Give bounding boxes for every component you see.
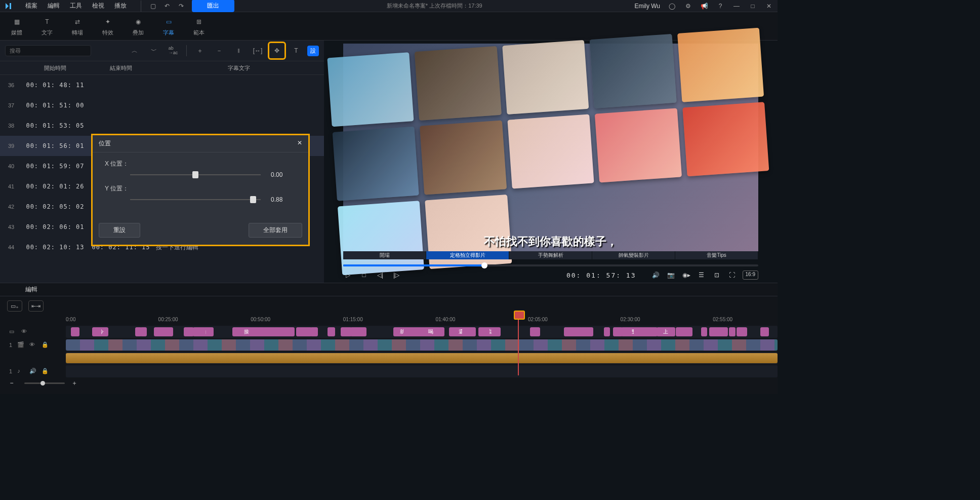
subtitle-clip[interactable] xyxy=(184,327,192,336)
settings-button[interactable]: 設 xyxy=(307,46,319,56)
tab-overlay[interactable]: ◉疊加 xyxy=(129,14,148,39)
subtitle-clip[interactable] xyxy=(604,327,610,336)
subtitle-clip[interactable] xyxy=(586,327,593,336)
export-button[interactable]: 匯出 xyxy=(192,0,234,12)
subtitle-clip[interactable] xyxy=(344,327,351,336)
settings-icon[interactable]: ⚙ xyxy=(683,2,692,11)
preview-viewport[interactable]: 不怕找不到你喜歡的樣子， 開場定格拍立得影片手勢舞解析帥氣變裝影片音樂Tips xyxy=(343,44,758,259)
subtitle-track[interactable]: 今拍接工另就喝還這的豐影上拍 xyxy=(66,326,778,338)
subtitle-clip[interactable] xyxy=(449,327,459,336)
popup-close-icon[interactable]: ✕ xyxy=(297,139,302,148)
subtitle-clip[interactable] xyxy=(737,327,748,336)
format-icon[interactable]: T xyxy=(288,43,304,59)
chapter-segment[interactable]: 開場 xyxy=(343,251,426,259)
subtitle-clip[interactable] xyxy=(352,327,363,336)
subtitle-clip[interactable] xyxy=(232,327,240,336)
subtitle-clip[interactable] xyxy=(716,327,728,336)
subtitle-row[interactable]: 3800: 01: 53: 05 xyxy=(0,116,324,136)
quality-icon[interactable]: ◉▸ xyxy=(682,271,691,280)
track-mute-icon[interactable]: 🔊 xyxy=(29,368,36,375)
subtitle-clip[interactable]: 這 xyxy=(478,327,501,336)
track-visibility-icon[interactable]: 👁 xyxy=(29,341,36,349)
subtitle-clip[interactable] xyxy=(613,327,623,336)
y-position-slider[interactable] xyxy=(130,199,261,200)
tab-text[interactable]: T文字 xyxy=(37,14,57,39)
subtitle-row[interactable]: 3700: 01: 51: 00 xyxy=(0,95,324,116)
subtitle-clip[interactable] xyxy=(483,327,489,336)
replace-icon[interactable]: ab→ac xyxy=(165,43,181,59)
subtitle-clip[interactable] xyxy=(634,327,643,336)
subtitle-clip[interactable] xyxy=(438,327,444,336)
subtitle-clip[interactable] xyxy=(573,327,583,336)
minimize-icon[interactable]: — xyxy=(732,2,741,11)
subtitle-clip[interactable] xyxy=(263,327,275,336)
subtitle-row[interactable]: 3600: 01: 48: 11 xyxy=(0,75,324,95)
timeline-add-track-icon[interactable]: ▭₊ xyxy=(7,300,22,312)
tab-effects[interactable]: ✦特效 xyxy=(98,14,117,39)
remove-subtitle-icon[interactable]: － xyxy=(211,43,227,59)
track-lock-icon[interactable]: 🔒 xyxy=(42,341,49,349)
menu-edit[interactable]: 編輯 xyxy=(43,0,65,12)
edit-tab[interactable]: 編輯 xyxy=(0,283,63,296)
search-input[interactable] xyxy=(5,45,91,56)
subtitle-clip[interactable] xyxy=(642,327,653,336)
user-icon[interactable]: ◯ xyxy=(667,2,676,11)
subtitle-clip[interactable] xyxy=(403,327,415,336)
tab-template[interactable]: ⊞範本 xyxy=(189,14,209,39)
subtitle-clip[interactable] xyxy=(71,327,79,336)
list-icon[interactable]: ☰ xyxy=(697,271,706,280)
undo-icon[interactable]: ↶ xyxy=(162,2,172,11)
split-icon[interactable]: ⦀ xyxy=(230,43,247,59)
chapter-segment[interactable]: 手勢舞解析 xyxy=(509,251,592,259)
position-icon[interactable]: ✥ xyxy=(269,43,285,59)
volume-icon[interactable]: 🔊 xyxy=(651,271,661,280)
zoom-in-icon[interactable]: ＋ xyxy=(70,378,79,388)
subtitle-clip[interactable] xyxy=(299,327,307,336)
compare-icon[interactable]: ⊡ xyxy=(712,271,721,280)
tab-subtitle[interactable]: ▭字幕 xyxy=(159,14,178,39)
chapter-segment[interactable]: 音樂Tips xyxy=(675,251,758,259)
tab-media[interactable]: ▦媒體 xyxy=(7,14,26,39)
save-icon[interactable]: ▢ xyxy=(148,2,157,11)
track-visibility-icon[interactable]: 👁 xyxy=(21,328,28,335)
subtitle-clip[interactable] xyxy=(193,327,206,336)
subtitle-clip[interactable] xyxy=(762,327,769,336)
zoom-slider[interactable] xyxy=(24,382,65,384)
apply-all-button[interactable]: 全部套用 xyxy=(249,223,302,238)
menu-tools[interactable]: 工具 xyxy=(65,0,87,12)
menu-play[interactable]: 播放 xyxy=(109,0,132,12)
add-subtitle-icon[interactable]: ＋ xyxy=(192,43,208,59)
menu-view[interactable]: 檢視 xyxy=(87,0,109,12)
subtitle-clip[interactable] xyxy=(310,327,318,336)
help-icon[interactable]: ? xyxy=(716,2,725,11)
menu-file[interactable]: 檔案 xyxy=(20,0,43,12)
track-lock-icon[interactable]: 🔒 xyxy=(42,368,49,375)
tab-transition[interactable]: ⇄轉場 xyxy=(68,14,87,39)
x-position-slider[interactable] xyxy=(130,174,261,175)
chapter-segment[interactable]: 帥氣變裝影片 xyxy=(592,251,675,259)
next-icon[interactable]: ﹀ xyxy=(146,43,162,59)
subtitle-clip[interactable]: 上 xyxy=(657,327,675,336)
subtitle-clip[interactable] xyxy=(729,327,736,336)
video-track[interactable] xyxy=(66,339,778,351)
subtitle-clip[interactable] xyxy=(135,327,142,336)
zoom-out-icon[interactable]: − xyxy=(7,378,16,388)
reset-button[interactable]: 重設 xyxy=(99,223,140,238)
subtitle-clip[interactable] xyxy=(462,327,475,336)
audio-waveform-track[interactable] xyxy=(66,352,778,364)
subtitle-clip[interactable] xyxy=(328,327,335,336)
subtitle-clip[interactable] xyxy=(92,327,101,336)
redo-icon[interactable]: ↷ xyxy=(177,2,186,11)
announce-icon[interactable]: 📢 xyxy=(700,2,709,11)
snapshot-icon[interactable]: 📷 xyxy=(667,271,676,280)
track-settings-icon[interactable]: ▭ xyxy=(9,328,16,335)
aspect-ratio-badge[interactable]: 16:9 xyxy=(743,271,758,280)
subtitle-clip[interactable] xyxy=(678,327,687,336)
subtitle-clip[interactable] xyxy=(701,327,708,336)
close-icon[interactable]: ✕ xyxy=(764,2,773,11)
merge-icon[interactable]: [↔] xyxy=(250,43,266,59)
timeline-snap-icon[interactable]: ⇤⇥ xyxy=(28,300,44,312)
chapter-segment[interactable]: 定格拍立得影片 xyxy=(426,251,509,259)
audio-track[interactable] xyxy=(66,365,778,377)
subtitle-clip[interactable] xyxy=(530,327,540,336)
